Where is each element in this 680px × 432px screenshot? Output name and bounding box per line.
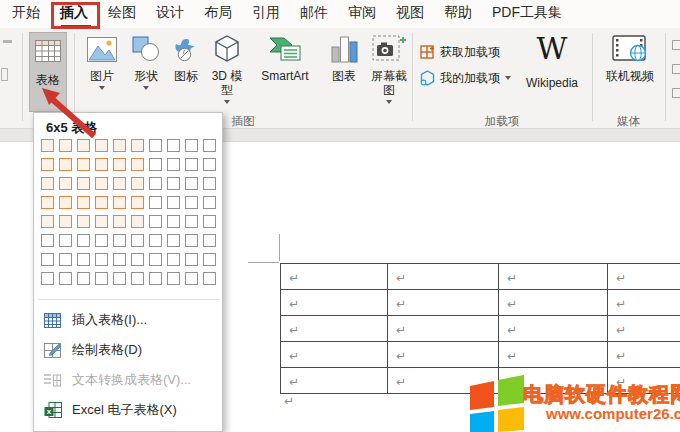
- shapes-button[interactable]: 形状: [126, 30, 166, 114]
- size-grid-cell[interactable]: [113, 177, 126, 190]
- size-grid-cell[interactable]: [59, 253, 72, 266]
- size-grid-cell[interactable]: [95, 215, 108, 228]
- table-cell[interactable]: ↵: [499, 264, 608, 289]
- size-grid-cell[interactable]: [41, 215, 54, 228]
- tab-design[interactable]: 设计: [146, 0, 194, 30]
- menu-item-insert-table[interactable]: 插入表格(I)...: [34, 305, 223, 335]
- size-grid-cell[interactable]: [131, 158, 144, 171]
- menu-item-quick-tables-clipped[interactable]: [34, 425, 223, 432]
- size-grid-cell[interactable]: [41, 272, 54, 285]
- size-grid-cell[interactable]: [149, 215, 162, 228]
- size-grid-cell[interactable]: [41, 196, 54, 209]
- size-grid-cell[interactable]: [113, 215, 126, 228]
- tab-review[interactable]: 审阅: [338, 0, 386, 30]
- size-grid-cell[interactable]: [77, 215, 90, 228]
- table-cell[interactable]: ↵: [281, 368, 388, 393]
- size-grid-cell[interactable]: [167, 215, 180, 228]
- size-grid-cell[interactable]: [185, 177, 198, 190]
- size-grid-cell[interactable]: [41, 253, 54, 266]
- size-grid-cell[interactable]: [131, 196, 144, 209]
- table-cell[interactable]: ↵: [388, 342, 499, 367]
- size-grid-cell[interactable]: [185, 272, 198, 285]
- size-grid-cell[interactable]: [149, 139, 162, 152]
- size-grid-cell[interactable]: [185, 158, 198, 171]
- table-size-grid[interactable]: [41, 139, 221, 291]
- size-grid-cell[interactable]: [113, 139, 126, 152]
- size-grid-cell[interactable]: [167, 234, 180, 247]
- size-grid-cell[interactable]: [95, 139, 108, 152]
- size-grid-cell[interactable]: [185, 234, 198, 247]
- online-video-button[interactable]: 联机视频: [598, 30, 662, 114]
- size-grid-cell[interactable]: [149, 177, 162, 190]
- get-addins-button[interactable]: 获取加载项: [420, 42, 500, 62]
- size-grid-cell[interactable]: [149, 234, 162, 247]
- table-cell[interactable]: ↵: [499, 290, 608, 315]
- size-grid-cell[interactable]: [77, 234, 90, 247]
- size-grid-cell[interactable]: [185, 139, 198, 152]
- size-grid-cell[interactable]: [59, 215, 72, 228]
- size-grid-cell[interactable]: [113, 272, 126, 285]
- size-grid-cell[interactable]: [59, 158, 72, 171]
- size-grid-cell[interactable]: [59, 139, 72, 152]
- table-cell[interactable]: ↵: [388, 290, 499, 315]
- menu-item-draw-table[interactable]: 绘制表格(D): [34, 335, 223, 365]
- size-grid-cell[interactable]: [95, 177, 108, 190]
- my-addins-button[interactable]: 我的加载项: [420, 68, 511, 88]
- tab-mailings[interactable]: 邮件: [290, 0, 338, 30]
- size-grid-cell[interactable]: [131, 215, 144, 228]
- size-grid-cell[interactable]: [149, 196, 162, 209]
- size-grid-cell[interactable]: [167, 139, 180, 152]
- tab-home[interactable]: 开始: [2, 0, 50, 30]
- size-grid-cell[interactable]: [113, 196, 126, 209]
- size-grid-cell[interactable]: [95, 272, 108, 285]
- size-grid-cell[interactable]: [131, 139, 144, 152]
- size-grid-cell[interactable]: [167, 196, 180, 209]
- 3d-models-button[interactable]: 3D 模型: [206, 30, 248, 114]
- table-cell[interactable]: ↵: [499, 342, 608, 367]
- wikipedia-button[interactable]: W Wikipedia: [516, 30, 588, 114]
- size-grid-cell[interactable]: [95, 196, 108, 209]
- size-grid-cell[interactable]: [59, 234, 72, 247]
- size-grid-cell[interactable]: [95, 253, 108, 266]
- size-grid-cell[interactable]: [149, 272, 162, 285]
- table-cell[interactable]: ↵: [608, 264, 680, 289]
- size-grid-cell[interactable]: [59, 196, 72, 209]
- screenshot-button[interactable]: 屏幕截图: [366, 30, 412, 114]
- size-grid-cell[interactable]: [203, 253, 216, 266]
- size-grid-cell[interactable]: [131, 253, 144, 266]
- size-grid-cell[interactable]: [185, 196, 198, 209]
- size-grid-cell[interactable]: [59, 272, 72, 285]
- tab-layout[interactable]: 布局: [194, 0, 242, 30]
- size-grid-cell[interactable]: [203, 215, 216, 228]
- size-grid-cell[interactable]: [77, 139, 90, 152]
- size-grid-cell[interactable]: [185, 253, 198, 266]
- size-grid-cell[interactable]: [131, 234, 144, 247]
- tab-view[interactable]: 视图: [386, 0, 434, 30]
- size-grid-cell[interactable]: [41, 139, 54, 152]
- size-grid-cell[interactable]: [41, 234, 54, 247]
- size-grid-cell[interactable]: [77, 196, 90, 209]
- size-grid-cell[interactable]: [131, 177, 144, 190]
- size-grid-cell[interactable]: [77, 253, 90, 266]
- size-grid-cell[interactable]: [203, 196, 216, 209]
- tab-pdf-tools[interactable]: PDF工具集: [482, 0, 572, 30]
- size-grid-cell[interactable]: [77, 177, 90, 190]
- size-grid-cell[interactable]: [149, 253, 162, 266]
- size-grid-cell[interactable]: [77, 272, 90, 285]
- size-grid-cell[interactable]: [41, 177, 54, 190]
- smartart-button[interactable]: SmartArt: [248, 30, 322, 114]
- size-grid-cell[interactable]: [113, 234, 126, 247]
- size-grid-cell[interactable]: [167, 177, 180, 190]
- size-grid-cell[interactable]: [203, 139, 216, 152]
- size-grid-cell[interactable]: [203, 234, 216, 247]
- table-cell[interactable]: ↵: [281, 264, 388, 289]
- menu-item-excel-spreadsheet[interactable]: x Excel 电子表格(X): [34, 395, 223, 425]
- tab-references[interactable]: 引用: [242, 0, 290, 30]
- size-grid-cell[interactable]: [59, 177, 72, 190]
- size-grid-cell[interactable]: [77, 158, 90, 171]
- table-cell[interactable]: ↵: [281, 316, 388, 341]
- table-cell[interactable]: ↵: [281, 342, 388, 367]
- tab-help[interactable]: 帮助: [434, 0, 482, 30]
- size-grid-cell[interactable]: [113, 253, 126, 266]
- table-cell[interactable]: ↵: [388, 264, 499, 289]
